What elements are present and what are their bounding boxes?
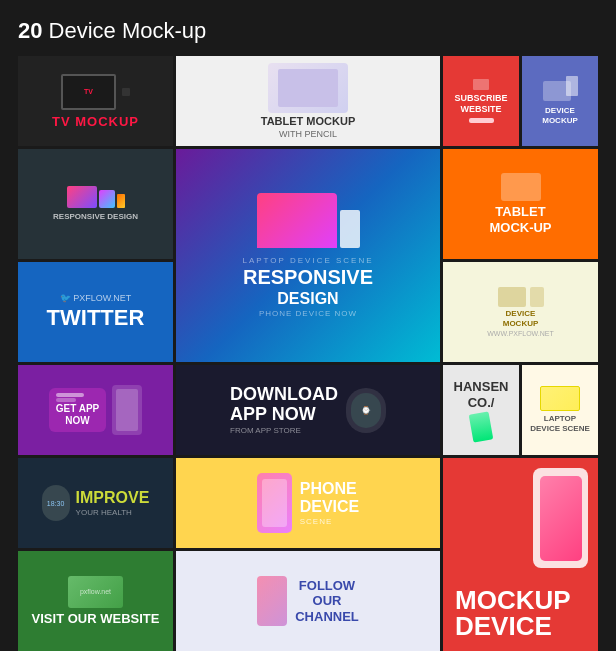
mockup-phone-screen: [540, 476, 582, 561]
download-text-group: DOWNLOADAPP NOW FROM APP STORE: [230, 385, 338, 436]
laptop-device-label: LAPTOPDEVICE SCENE: [530, 414, 590, 433]
getapp-phone-screen: [116, 389, 138, 431]
row4-col3-pair: HANSENCO./ LAPTOPDEVICE SCENE: [443, 365, 598, 455]
getapp-shape2: [56, 398, 76, 402]
cell-device-mockup-top[interactable]: DEVICEMOCKUP: [522, 56, 598, 146]
tv-screen-label: TV: [84, 88, 93, 95]
watch-inner: ⌚: [351, 393, 381, 428]
getapp-label: GET APPNOW: [56, 403, 100, 427]
phone-mini: [566, 76, 578, 96]
device-shape-a: [498, 287, 526, 307]
visit-label: VISIT OUR WEBSITE: [32, 611, 160, 627]
row1-col3-pair: SUBSCRIBEWEBSITE DEVICEMOCKUP: [443, 56, 598, 146]
watch-time: ⌚: [361, 406, 371, 415]
subscribe-btn-shape: [469, 118, 494, 123]
device-right2-label: DEVICEMOCKUP: [503, 309, 539, 328]
responsive-devices-shape: [67, 186, 125, 208]
phone-big-shape: [340, 210, 360, 248]
tv-label: TV MOCKUP: [52, 114, 139, 129]
cell-visit[interactable]: pxflow.net VISIT OUR WEBSITE: [18, 551, 173, 651]
getapp-btn-shapes: GET APPNOW: [49, 388, 107, 432]
device-shapes-right2: [498, 287, 544, 307]
monitor-shape: [67, 186, 97, 208]
improve-main-label: IMPROVE: [76, 489, 150, 507]
phone-scene-sub-label: PHONE DEVICE NOW: [242, 309, 373, 318]
tablet-shape: [268, 63, 348, 113]
cell-tablet[interactable]: TABLET MOCKUP WITH PENCIL: [176, 56, 440, 146]
cell-phone-scene[interactable]: PHONEDEVICE SCENe: [176, 458, 440, 548]
cell-tv[interactable]: TV TV MOCKUP: [18, 56, 173, 146]
subscribe-label: SUBSCRIBEWEBSITE: [454, 93, 507, 115]
tablet-right-shape: [501, 173, 541, 201]
cell-twitter[interactable]: 🐦 PXFLOW.NET TWITTER: [18, 262, 173, 362]
title-text: Device Mock-up: [49, 18, 207, 43]
improve-sub-label: YOUR HEALTH: [76, 508, 150, 517]
phone-scene-shape: [257, 473, 292, 533]
cell-download[interactable]: DOWNLOADAPP NOW FROM APP STORE ⌚: [176, 365, 440, 455]
device-shape-b: [530, 287, 544, 307]
hansen-label: HANSENCO./: [454, 379, 509, 410]
device-mockup-top-label: DEVICEMOCKUP: [542, 106, 578, 125]
responsive-small-label: RESPONSIVE DESIGN: [53, 212, 138, 222]
tablet-main-label: TABLET MOCKUP: [261, 115, 356, 127]
phone-scene-sub: SCENe: [300, 517, 360, 526]
tablet-right-label: TABLETMOCK-UP: [489, 204, 551, 235]
tv-screen-shape: TV: [61, 74, 116, 110]
cell-subscribe[interactable]: SUBSCRIBEWEBSITE: [443, 56, 519, 146]
tablet-sub-label: WITH PENCIL: [279, 129, 337, 139]
cell-improve[interactable]: 18:30 IMPROVE YOUR HEALTH: [18, 458, 173, 548]
follow-phone-shape: [257, 576, 287, 626]
responsive-big-main-label: RESPONSIVEDESIGN: [242, 267, 373, 307]
title-number: 20: [18, 18, 42, 43]
cell-follow[interactable]: FOLLOWOURCHANNEL: [176, 551, 440, 651]
cell-responsive-small[interactable]: RESPONSIVE DESIGN: [18, 149, 173, 259]
page-wrapper: 20 Device Mock-up TV TV MOCKUP TABLET MO…: [18, 18, 598, 651]
phone-small-shape: [117, 194, 125, 208]
cell-laptop-device[interactable]: LAPTOPDEVICE SCENE: [522, 365, 598, 455]
phone-scene-text-group: PHONEDEVICE SCENe: [300, 480, 360, 525]
follow-text-group: FOLLOWOURCHANNEL: [295, 578, 359, 625]
phone-screen-shape: [262, 479, 287, 527]
improve-watch-shape: 18:30: [42, 485, 70, 521]
twitter-handle: 🐦 PXFLOW.NET: [60, 293, 132, 303]
phone-scene-main-label: PHONEDEVICE: [300, 480, 360, 515]
cell-getapp[interactable]: GET APPNOW: [18, 365, 173, 455]
cell-mockup-device[interactable]: MOCKUPDEVICE: [443, 458, 598, 651]
cell-tablet-mockup-right[interactable]: TABLETMOCK-UP: [443, 149, 598, 259]
follow-label: FOLLOWOURCHANNEL: [295, 578, 359, 625]
improve-text-group: IMPROVE YOUR HEALTH: [76, 489, 150, 517]
cell-device-right2[interactable]: DEVICEMOCKUP WWW.PXFLOW.NET: [443, 262, 598, 362]
responsive-big-text-group: LAPTOP DEVICE SCENE RESPONSIVEDESIGN PHO…: [242, 256, 373, 318]
mockup-device-label: MOCKUPDEVICE: [455, 587, 571, 639]
cell-responsive-big[interactable]: LAPTOP DEVICE SCENE RESPONSIVEDESIGN PHO…: [176, 149, 440, 362]
laptop-device-shape: [540, 386, 580, 411]
hansen-phone-shape: [469, 411, 494, 442]
laptop-scene-label: LAPTOP DEVICE SCENE: [242, 256, 373, 265]
getapp-phone-shape: [112, 385, 142, 435]
laptop-big-shape: [257, 193, 337, 248]
device-mockup-shape-top: [543, 76, 578, 104]
page-title: 20 Device Mock-up: [18, 18, 598, 44]
subscribe-icon: [473, 79, 489, 90]
responsive-big-devices: [257, 193, 360, 248]
mockup-phone-shape: [533, 468, 588, 568]
getapp-shape1: [56, 393, 84, 397]
cell-hansen[interactable]: HANSENCO./: [443, 365, 519, 455]
visit-url-label: pxflow.net: [80, 588, 111, 595]
tablet-screen: [278, 69, 338, 107]
watch-shape-download: ⌚: [346, 388, 386, 433]
visit-laptop-shape: pxflow.net: [68, 576, 123, 608]
download-sub: FROM APP STORE: [230, 426, 338, 435]
tv-remote-shape: [122, 88, 130, 96]
device-right2-url: WWW.PXFLOW.NET: [487, 330, 554, 337]
download-label: DOWNLOADAPP NOW: [230, 385, 338, 425]
tablet-small-shape: [99, 190, 115, 208]
twitter-label: TWITTER: [47, 305, 145, 331]
improve-watch-time: 18:30: [47, 500, 65, 507]
mockup-grid: TV TV MOCKUP TABLET MOCKUP WITH PENCIL S…: [18, 56, 598, 651]
